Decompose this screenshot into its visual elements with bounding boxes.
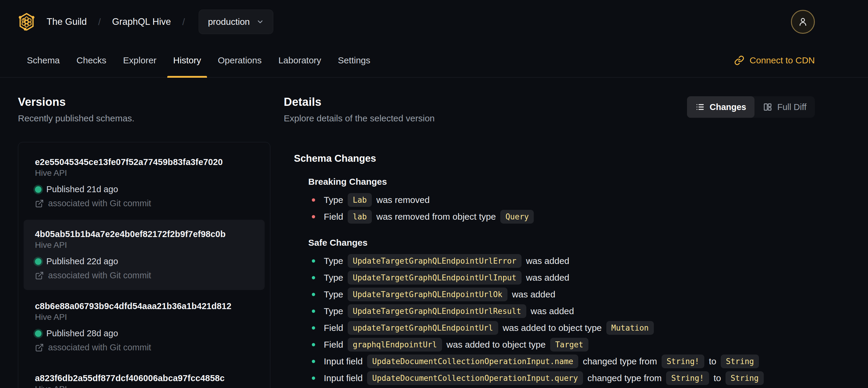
breadcrumb-org[interactable]: The Guild — [46, 17, 87, 27]
versions-subtitle: Recently published schemas. — [18, 113, 270, 123]
user-avatar[interactable] — [791, 10, 815, 34]
version-published-status: Published 21d ago — [35, 184, 253, 194]
safe-change-item: TypeUpdateTargetGraphQLEndpointUrlOkwas … — [308, 286, 815, 303]
version-service-name: Hive API — [35, 384, 253, 388]
tab-laboratory[interactable]: Laboratory — [272, 43, 327, 77]
safe-change-item: TypeUpdateTargetGraphQLEndpointUrlInputw… — [308, 269, 815, 286]
details-header: Details Explore details of the selected … — [284, 96, 815, 123]
change-text: was added — [531, 306, 574, 316]
version-service-name: Hive API — [35, 168, 253, 178]
change-text: Type — [324, 306, 343, 316]
schema-changes-title: Schema Changes — [294, 153, 815, 164]
git-commit-link[interactable]: associated with Git commit — [35, 342, 253, 352]
full-diff-view-button[interactable]: Full Diff — [754, 96, 815, 118]
code-chip: graphqlEndpointUrl — [348, 338, 442, 352]
user-icon — [798, 17, 808, 27]
version-list-item[interactable]: c8b6e88a06793b9c4dfd54aaa21b36a1b421d812… — [24, 292, 265, 362]
safe-changes-title: Safe Changes — [308, 238, 815, 248]
schema-changes-section: Schema Changes Breaking Changes TypeLabw… — [294, 153, 815, 387]
version-service-name: Hive API — [35, 312, 253, 322]
change-text: Type — [324, 195, 343, 205]
external-link-icon — [35, 199, 44, 208]
version-published-status: Published 28d ago — [35, 329, 253, 338]
safe-change-item: TypeUpdateTargetGraphQLEndpointUrlResult… — [308, 303, 815, 320]
change-text: Type — [324, 289, 343, 300]
chevron-down-icon — [256, 18, 264, 26]
change-text: was added — [526, 256, 569, 266]
version-hash: 4b05ab51b1b4a7e2e4b0ef82172f2b9f7ef98c0b — [35, 229, 253, 239]
code-chip: lab — [348, 210, 372, 223]
breaking-change-item: Fieldlabwas removed from object typeQuer… — [308, 208, 815, 225]
top-bar: The Guild / GraphQL Hive / production — [0, 0, 868, 43]
code-chip: UpdateTargetGraphQLEndpointUrlError — [348, 254, 522, 268]
git-commit-link[interactable]: associated with Git commit — [35, 199, 253, 208]
change-text: Type — [324, 256, 343, 266]
link-icon — [734, 55, 744, 65]
git-commit-label: associated with Git commit — [48, 271, 151, 280]
published-status-text: Published 21d ago — [46, 184, 118, 194]
version-list-item[interactable]: e2e55045345ce13fe07f52a77459b83fa3fe7020… — [24, 148, 265, 218]
versions-panel: Versions Recently published schemas. e2e… — [18, 96, 270, 388]
details-subtitle: Explore details of the selected version — [284, 113, 435, 123]
code-chip: Lab — [348, 193, 372, 207]
change-text: was added to object type — [503, 323, 602, 333]
git-commit-label: associated with Git commit — [48, 199, 151, 208]
columns-icon — [763, 102, 772, 112]
safe-change-item: Input fieldUpdateDocumentCollectionOpera… — [308, 353, 815, 370]
tab-checks[interactable]: Checks — [70, 43, 112, 77]
tab-schema[interactable]: Schema — [21, 43, 66, 77]
version-list-item[interactable]: 4b05ab51b1b4a7e2e4b0ef82172f2b9f7ef98c0b… — [24, 220, 265, 290]
safe-changes-list: TypeUpdateTargetGraphQLEndpointUrlErrorw… — [308, 252, 815, 387]
page-content: Versions Recently published schemas. e2e… — [0, 78, 868, 388]
version-published-status: Published 22d ago — [35, 257, 253, 266]
safe-change-item: FieldgraphqlEndpointUrlwas added to obje… — [308, 336, 815, 353]
code-chip: String! — [666, 371, 709, 385]
code-chip: Query — [500, 210, 534, 223]
external-link-icon — [35, 343, 44, 352]
change-text: was added — [512, 289, 555, 300]
changes-view-label: Changes — [710, 102, 746, 112]
breaking-changes-list: TypeLabwas removedFieldlabwas removed fr… — [308, 191, 815, 225]
change-text: Field — [324, 339, 343, 350]
version-list-item[interactable]: a823f6db2a55df877dcf406006abca97fcc4858c… — [24, 364, 265, 388]
code-chip: Target — [550, 338, 588, 352]
tab-settings[interactable]: Settings — [332, 43, 376, 77]
code-chip: updateTargetGraphQLEndpointUrl — [348, 321, 498, 335]
published-status-text: Published 28d ago — [46, 329, 118, 338]
change-text: Input field — [324, 373, 363, 383]
tab-history[interactable]: History — [167, 43, 207, 77]
breadcrumb-project[interactable]: GraphQL Hive — [112, 17, 171, 27]
tab-explorer[interactable]: Explorer — [117, 43, 162, 77]
external-link-icon — [35, 271, 44, 280]
details-title: Details — [284, 96, 435, 109]
tab-operations[interactable]: Operations — [212, 43, 268, 77]
change-text: was removed — [376, 195, 430, 205]
change-text: Field — [324, 212, 343, 222]
safe-change-item: Input fieldUpdateDocumentCollectionOpera… — [308, 370, 815, 387]
published-status-dot — [35, 330, 41, 337]
code-chip: UpdateTargetGraphQLEndpointUrlInput — [348, 271, 522, 285]
published-status-dot — [35, 186, 41, 193]
code-chip: UpdateDocumentCollectionOperationInput.n… — [367, 355, 578, 368]
hive-logo-icon[interactable] — [18, 12, 35, 31]
change-text: was removed from object type — [376, 212, 496, 222]
target-selector-dropdown[interactable]: production — [198, 9, 273, 34]
changes-view-button[interactable]: Changes — [687, 96, 754, 118]
breadcrumb: The Guild / GraphQL Hive / production — [18, 9, 273, 34]
code-chip: UpdateTargetGraphQLEndpointUrlResult — [348, 304, 526, 318]
change-text: Field — [324, 323, 343, 333]
code-chip: Mutation — [606, 321, 654, 335]
change-text: to — [709, 356, 716, 366]
view-mode-toggle: Changes Full Diff — [687, 96, 815, 118]
connect-to-cdn-button[interactable]: Connect to CDN — [734, 43, 815, 77]
breaking-change-item: TypeLabwas removed — [308, 191, 815, 208]
version-hash: e2e55045345ce13fe07f52a77459b83fa3fe7020 — [35, 157, 253, 167]
change-text: to — [714, 373, 721, 383]
git-commit-link[interactable]: associated with Git commit — [35, 271, 253, 280]
version-list: e2e55045345ce13fe07f52a77459b83fa3fe7020… — [18, 142, 270, 388]
code-chip: UpdateTargetGraphQLEndpointUrlOk — [348, 288, 507, 301]
safe-change-item: FieldupdateTargetGraphQLEndpointUrlwas a… — [308, 320, 815, 336]
safe-change-item: TypeUpdateTargetGraphQLEndpointUrlErrorw… — [308, 252, 815, 269]
change-text: was added to object type — [446, 339, 546, 350]
full-diff-view-label: Full Diff — [777, 102, 806, 112]
